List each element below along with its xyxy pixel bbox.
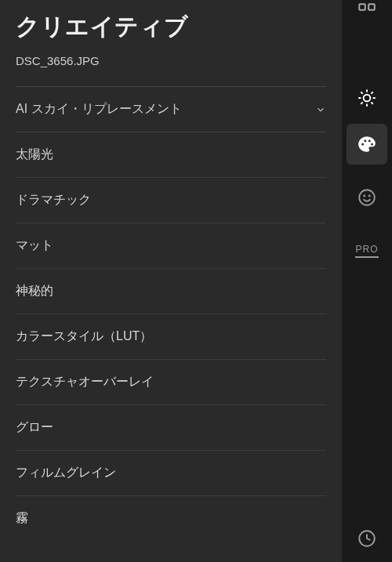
filename-label: DSC_3656.JPG xyxy=(16,54,326,78)
svg-line-8 xyxy=(371,102,372,103)
svg-line-7 xyxy=(361,92,362,93)
svg-rect-0 xyxy=(359,4,365,10)
list-item-label: 太陽光 xyxy=(16,147,53,161)
list-item[interactable]: 霧 xyxy=(16,495,326,541)
sidebar-creative-button[interactable] xyxy=(347,124,387,165)
list-item-label: 神秘的 xyxy=(16,284,53,297)
list-item-label: マット xyxy=(16,238,53,252)
creative-panel: クリエイティブ DSC_3656.JPG AI スカイ・リプレースメント 太陽光… xyxy=(0,0,342,562)
list-item[interactable]: ドラマチック xyxy=(16,177,326,223)
clock-icon xyxy=(357,528,377,549)
svg-point-12 xyxy=(364,140,366,142)
svg-point-16 xyxy=(364,195,365,196)
list-item-label: ドラマチック xyxy=(16,193,91,206)
sidebar-face-button[interactable] xyxy=(342,171,392,224)
sidebar-history-button[interactable] xyxy=(342,515,392,562)
list-item-label: カラースタイル（LUT） xyxy=(16,329,152,343)
svg-point-11 xyxy=(361,143,364,145)
list-item[interactable]: 神秘的 xyxy=(16,268,326,314)
svg-point-15 xyxy=(359,190,375,205)
list-item[interactable]: テクスチャオーバーレイ xyxy=(16,359,326,404)
right-sidebar: PRO xyxy=(342,0,392,562)
svg-line-10 xyxy=(371,92,372,93)
grid-icon xyxy=(357,2,377,22)
svg-point-14 xyxy=(371,143,373,145)
list-item-label: グロー xyxy=(16,420,53,433)
effect-list: 太陽光 ドラマチック マット 神秘的 カラースタイル（LUT） テクスチャオーバ… xyxy=(0,132,342,541)
panel-header: クリエイティブ DSC_3656.JPG xyxy=(0,0,342,86)
smile-icon xyxy=(357,187,377,208)
panel-title: クリエイティブ xyxy=(16,11,326,43)
pro-label: PRO xyxy=(355,244,378,258)
list-item-label: テクスチャオーバーレイ xyxy=(16,375,154,388)
svg-point-17 xyxy=(369,195,370,196)
list-item[interactable]: フィルムグレイン xyxy=(16,450,326,495)
sidebar-grid-button[interactable] xyxy=(342,0,392,31)
chevron-down-icon xyxy=(315,104,326,115)
ai-sky-replacement-row[interactable]: AI スカイ・リプレースメント xyxy=(0,87,342,132)
svg-point-13 xyxy=(368,140,371,142)
svg-line-9 xyxy=(361,102,362,103)
list-item[interactable]: カラースタイル（LUT） xyxy=(16,314,326,359)
list-item-label: 霧 xyxy=(16,511,28,524)
list-item[interactable]: 太陽光 xyxy=(16,132,326,177)
palette-icon xyxy=(357,134,377,154)
svg-rect-1 xyxy=(368,4,375,10)
list-item[interactable]: グロー xyxy=(16,404,326,450)
sidebar-pro-button[interactable]: PRO xyxy=(342,224,392,277)
svg-point-2 xyxy=(364,95,371,102)
ai-sky-replacement-label: AI スカイ・リプレースメント xyxy=(16,101,182,118)
list-item[interactable]: マット xyxy=(16,223,326,268)
list-item-label: フィルムグレイン xyxy=(16,466,116,479)
sun-icon xyxy=(357,88,377,108)
sidebar-brightness-button[interactable] xyxy=(342,31,392,118)
